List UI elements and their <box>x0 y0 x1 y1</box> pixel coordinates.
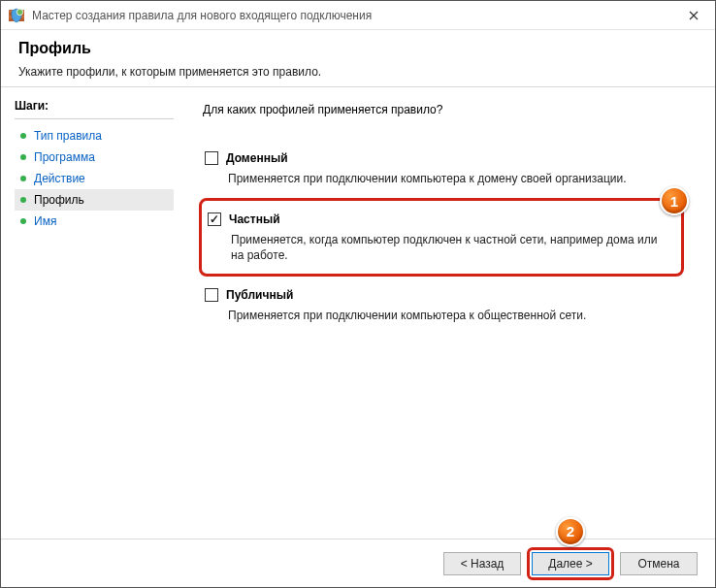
option-public-desc: Применяется при подключении компьютера к… <box>228 308 676 323</box>
bullet-icon <box>20 176 26 181</box>
checkbox-private[interactable]: ✓ <box>208 212 221 226</box>
bullet-icon <box>20 197 26 203</box>
steps-sidebar: Шаги: Тип правила Программа Действие Про… <box>1 87 183 539</box>
cancel-button[interactable]: Отмена <box>620 552 698 575</box>
wizard-footer: < Назад 2 Далее > Отмена <box>1 539 715 587</box>
option-domain-label: Доменный <box>226 151 288 165</box>
svg-point-3 <box>16 9 22 15</box>
step-label: Имя <box>34 214 56 228</box>
option-public-label: Публичный <box>226 288 293 302</box>
firewall-icon <box>9 8 24 23</box>
option-domain-desc: Применяется при подключении компьютера к… <box>228 171 676 186</box>
step-program[interactable]: Программа <box>15 147 174 168</box>
close-button[interactable] <box>671 1 715 30</box>
step-label: Программа <box>34 150 95 164</box>
titlebar: Мастер создания правила для нового входя… <box>1 1 715 30</box>
highlight-next-button: 2 Далее > <box>527 547 614 580</box>
wizard-header: Профиль Укажите профили, к которым приме… <box>1 30 715 87</box>
option-domain: Доменный Применяется при подключении ком… <box>203 146 684 196</box>
step-rule-type[interactable]: Тип правила <box>15 125 174 147</box>
bullet-icon <box>20 154 26 160</box>
bullet-icon <box>20 133 26 139</box>
next-button[interactable]: Далее > <box>532 552 609 575</box>
step-label: Действие <box>34 172 85 185</box>
profile-question: Для каких профилей применяется правило? <box>203 103 690 116</box>
callout-badge-1: 1 <box>660 186 689 215</box>
window-title: Мастер создания правила для нового входя… <box>32 9 671 22</box>
bullet-icon <box>20 218 26 224</box>
step-profile[interactable]: Профиль <box>15 189 174 211</box>
option-private: ✓ Частный Применяется, когда компьютер п… <box>206 207 671 265</box>
step-label: Тип правила <box>34 129 102 143</box>
step-label: Профиль <box>34 193 84 207</box>
back-button[interactable]: < Назад <box>443 552 521 575</box>
wizard-body: Шаги: Тип правила Программа Действие Про… <box>1 87 715 539</box>
step-name[interactable]: Имя <box>15 211 174 232</box>
steps-heading: Шаги: <box>15 95 174 119</box>
profile-options: Доменный Применяется при подключении ком… <box>203 140 690 339</box>
checkbox-public[interactable] <box>205 288 218 302</box>
page-title: Профиль <box>18 40 698 57</box>
option-public: Публичный Применяется при подключении ко… <box>203 282 684 333</box>
checkbox-domain[interactable] <box>205 151 218 165</box>
step-action[interactable]: Действие <box>15 168 174 189</box>
wizard-main: Для каких профилей применяется правило? … <box>183 87 715 539</box>
option-private-desc: Применяется, когда компьютер подключен к… <box>231 232 664 263</box>
wizard-window: Мастер создания правила для нового входя… <box>0 0 716 588</box>
option-private-label: Частный <box>229 212 280 226</box>
callout-badge-2: 2 <box>556 517 585 546</box>
highlight-private-option: 1 ✓ Частный Применяется, когда компьютер… <box>199 198 684 276</box>
page-subtitle: Укажите профили, к которым применяется э… <box>18 65 698 79</box>
